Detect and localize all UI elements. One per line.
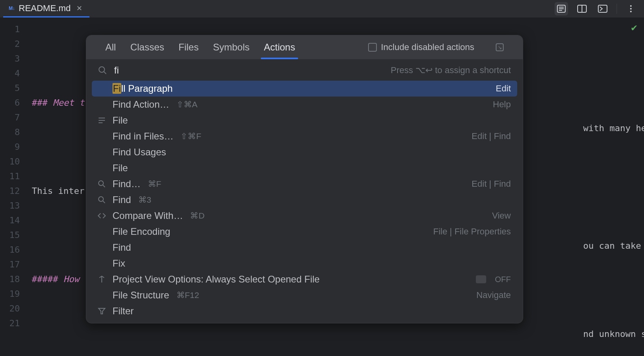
result-label: File — [113, 115, 128, 126]
svg-line-16 — [103, 185, 105, 187]
separator — [617, 4, 617, 14]
tab-bar-right — [555, 2, 641, 15]
svg-point-15 — [99, 181, 103, 186]
heading-marks: ##### — [32, 274, 63, 284]
result-label: File — [113, 163, 128, 174]
tab-filename: README.md — [19, 3, 71, 14]
project-icon — [97, 275, 107, 283]
svg-point-8 — [630, 8, 632, 10]
result-context: Edit | Find — [471, 179, 511, 189]
result-label: Find Action… — [113, 99, 169, 110]
result-row[interactable]: File — [92, 160, 517, 176]
result-row[interactable]: Project View Options: Always Select Open… — [92, 271, 517, 287]
result-context: Edit | Find — [471, 131, 511, 141]
result-label: Project View Options: Always Select Open… — [113, 274, 320, 285]
search-icon — [97, 180, 107, 188]
result-label: Fix — [113, 258, 125, 269]
checkbox-icon — [368, 43, 377, 52]
result-label: Find — [113, 194, 131, 205]
tab-symbols[interactable]: Symbols — [213, 35, 250, 59]
text-line: nd unknown s — [583, 329, 644, 339]
svg-point-17 — [99, 197, 103, 201]
result-context: Help — [493, 99, 511, 110]
svg-point-9 — [630, 11, 632, 12]
result-row[interactable]: Find Usages — [92, 144, 517, 160]
result-row[interactable]: Fill ParagraphEdit — [92, 81, 517, 97]
filter-icon — [97, 308, 107, 315]
tab-classes[interactable]: Classes — [130, 35, 164, 59]
result-label: Find… — [113, 178, 141, 190]
popup-tabs: All Classes Files Symbols Actions Includ… — [86, 35, 523, 59]
result-label: File Encoding — [113, 226, 170, 237]
search-row: Press ⌥↩ to assign a shortcut — [86, 59, 523, 79]
svg-point-10 — [99, 67, 105, 72]
heading-text: Meet t — [53, 98, 84, 108]
search-input[interactable] — [114, 65, 146, 76]
result-row[interactable]: File EncodingFile | File Properties — [92, 224, 517, 240]
result-shortcut: ⇧⌘F — [180, 132, 201, 141]
svg-line-18 — [103, 201, 105, 203]
lines-icon — [97, 117, 107, 124]
result-row[interactable]: Compare With…⌘DView — [92, 208, 517, 224]
result-row[interactable]: Find in Files…⇧⌘FEdit | Find — [92, 128, 517, 144]
markdown-icon: M↓ — [9, 6, 15, 11]
include-disabled-label: Include disabled actions — [381, 42, 474, 52]
text-line: with many he — [583, 123, 644, 133]
result-label: Filter — [113, 306, 134, 317]
result-row[interactable]: Find Action…⇧⌘AHelp — [92, 97, 517, 112]
result-label: Fill Paragraph — [113, 83, 173, 94]
result-label: Find in Files… — [113, 131, 173, 142]
result-context: Edit — [496, 83, 511, 94]
result-row[interactable]: Find…⌘FEdit | Find — [92, 176, 517, 192]
tab-readme[interactable]: M↓ README.md ✕ — [3, 0, 89, 17]
compare-icon — [97, 212, 107, 219]
result-shortcut: ⌘D — [190, 211, 204, 221]
result-shortcut: ⌘3 — [138, 195, 151, 205]
result-shortcut: ⇧⌘A — [177, 100, 198, 109]
result-row[interactable]: Find — [92, 240, 517, 255]
result-context: File | File Properties — [433, 226, 511, 237]
text-line: ou can take — [583, 241, 641, 251]
toggle-label: OFF — [495, 275, 511, 284]
close-icon[interactable]: ✕ — [75, 4, 84, 13]
preview-icon[interactable] — [596, 2, 609, 15]
result-row[interactable]: Find⌘3 — [92, 192, 517, 208]
svg-point-7 — [630, 5, 632, 7]
tab-files[interactable]: Files — [178, 35, 199, 59]
tab-actions[interactable]: Actions — [264, 35, 295, 59]
search-icon — [98, 66, 107, 75]
svg-line-11 — [104, 72, 106, 74]
results-list: Fill ParagraphEditFind Action…⇧⌘AHelpFil… — [86, 79, 523, 323]
result-context: View — [492, 211, 511, 221]
result-row[interactable]: File Structure⌘F12Navigate — [92, 287, 517, 303]
editor-only-icon[interactable] — [555, 2, 568, 15]
result-row[interactable]: Fix — [92, 255, 517, 271]
tab-all[interactable]: All — [105, 35, 116, 59]
heading-marks: ### — [32, 98, 53, 108]
text-line: This inter — [32, 186, 84, 196]
result-label: Compare With… — [113, 210, 183, 221]
search-icon — [97, 196, 107, 204]
heading-text: How — [63, 274, 79, 284]
shortcut-hint: Press ⌥↩ to assign a shortcut — [391, 65, 511, 75]
result-context: Navigate — [476, 290, 511, 300]
result-label: Find — [113, 242, 131, 253]
result-label: File Structure — [113, 290, 169, 301]
toggle-switch[interactable] — [476, 275, 486, 283]
more-icon[interactable] — [624, 2, 638, 15]
result-shortcut: ⌘F12 — [177, 290, 199, 300]
gutter: 123456789101112131415161718192021 — [0, 18, 28, 356]
split-preview-icon[interactable] — [575, 2, 589, 15]
result-label: Find Usages — [113, 147, 166, 158]
result-row[interactable]: Filter — [92, 303, 517, 319]
expand-icon[interactable]: ↘ — [496, 43, 504, 51]
include-disabled-checkbox[interactable]: Include disabled actions — [368, 42, 474, 52]
result-row[interactable]: File — [92, 112, 517, 128]
search-everywhere-popup: All Classes Files Symbols Actions Includ… — [86, 35, 523, 323]
result-shortcut: ⌘F — [148, 179, 161, 189]
tab-bar: M↓ README.md ✕ — [0, 0, 644, 18]
